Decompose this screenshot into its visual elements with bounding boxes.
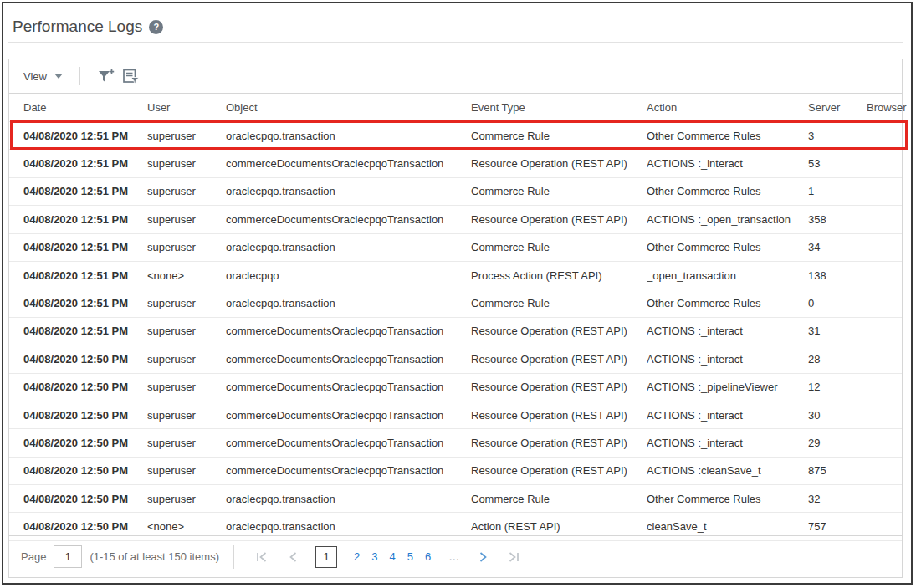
chevron-down-icon	[54, 74, 63, 79]
cell-server: 875	[808, 464, 867, 477]
table-row[interactable]: 04/08/2020 12:50 PMsuperusercommerceDocu…	[9, 345, 902, 373]
cell-event-type: Process Action (REST API)	[471, 269, 647, 282]
table-row[interactable]: 04/08/2020 12:51 PM<none>oraclecpqoProce…	[9, 262, 902, 289]
cell-action: ACTIONS :_interact	[647, 157, 808, 170]
cell-user: superuser	[147, 493, 226, 505]
page-link-3[interactable]: 3	[371, 550, 377, 563]
page-link-4[interactable]: 4	[389, 550, 395, 563]
table-row[interactable]: 04/08/2020 12:51 PMsuperusercommerceDocu…	[9, 150, 902, 177]
first-page-icon	[256, 552, 268, 562]
cell-event-type: Resource Operation (REST API)	[471, 464, 647, 477]
cell-object: oraclecpqo.transaction	[226, 520, 471, 533]
cell-server: 31	[808, 325, 867, 337]
cell-object: oraclecpqo	[226, 269, 471, 282]
table-row[interactable]: 04/08/2020 12:51 PMsuperuseroraclecpqo.t…	[9, 234, 902, 262]
cell-server: 12	[808, 381, 867, 393]
cell-object: commerceDocumentsOraclecpqoTransaction	[226, 381, 471, 393]
pagination-divider	[233, 545, 234, 569]
help-icon[interactable]: ?	[149, 20, 163, 34]
first-page-button[interactable]	[253, 548, 271, 566]
cell-user: superuser	[147, 185, 226, 197]
add-filter-button[interactable]	[94, 65, 119, 87]
cell-object: commerceDocumentsOraclecpqoTransaction	[226, 157, 471, 170]
table-row[interactable]: 04/08/2020 12:51 PMsuperuseroraclecpqo.t…	[9, 178, 902, 206]
table-row[interactable]: 04/08/2020 12:51 PMsuperuseroraclecpqo.t…	[9, 289, 902, 317]
cell-object: oraclecpqo.transaction	[226, 297, 471, 309]
table-toolbar: View	[9, 59, 902, 94]
cell-server: 358	[808, 213, 867, 226]
table-header-row: Date User Object Event Type Action Serve…	[9, 94, 902, 122]
cell-action: ACTIONS :_interact	[647, 353, 808, 366]
cell-date: 04/08/2020 12:51 PM	[9, 130, 147, 142]
cell-user: superuser	[147, 213, 226, 226]
column-header-user[interactable]: User	[147, 101, 226, 114]
cell-date: 04/08/2020 12:50 PM	[9, 464, 147, 477]
cell-server: 138	[808, 269, 867, 282]
page-link-6[interactable]: 6	[425, 550, 431, 563]
previous-page-button[interactable]	[284, 548, 302, 566]
cell-date: 04/08/2020 12:51 PM	[9, 157, 147, 170]
cell-event-type: Resource Operation (REST API)	[471, 409, 647, 422]
table-row[interactable]: 04/08/2020 12:51 PMsuperusercommerceDocu…	[9, 318, 902, 345]
cell-server: 34	[808, 241, 867, 253]
column-header-date[interactable]: Date	[9, 101, 147, 114]
table-row[interactable]: 04/08/2020 12:51 PMsuperusercommerceDocu…	[9, 206, 902, 233]
chevron-right-icon	[479, 552, 487, 562]
table-row[interactable]: 04/08/2020 12:50 PMsuperusercommerceDocu…	[9, 429, 902, 457]
cell-server: 53	[808, 157, 867, 170]
table-row[interactable]: 04/08/2020 12:51 PMsuperuseroraclecpqo.t…	[9, 122, 902, 150]
log-table-panel: View Date User	[8, 59, 903, 578]
cell-event-type: Resource Operation (REST API)	[471, 381, 647, 393]
page-number-input[interactable]	[54, 545, 82, 568]
cell-user: superuser	[147, 241, 226, 253]
cell-action: ACTIONS :_open_transaction	[647, 213, 808, 226]
cell-date: 04/08/2020 12:51 PM	[9, 185, 147, 197]
cell-object: commerceDocumentsOraclecpqoTransaction	[226, 437, 471, 449]
page-link-5[interactable]: 5	[407, 550, 413, 563]
cell-date: 04/08/2020 12:50 PM	[9, 353, 147, 366]
cell-action: ACTIONS :_interact	[647, 409, 808, 422]
cell-object: oraclecpqo.transaction	[226, 493, 471, 505]
cell-object: commerceDocumentsOraclecpqoTransaction	[226, 213, 471, 226]
view-menu-label: View	[23, 70, 47, 83]
cell-object: oraclecpqo.transaction	[226, 241, 471, 253]
cell-object: commerceDocumentsOraclecpqoTransaction	[226, 353, 471, 366]
cell-event-type: Commerce Rule	[471, 297, 647, 309]
table-row[interactable]: 04/08/2020 12:50 PMsuperusercommerceDocu…	[9, 458, 902, 485]
page-title: Performance Logs ?	[13, 18, 163, 36]
column-header-browser[interactable]: Browser	[867, 101, 907, 114]
cell-action: Other Commerce Rules	[647, 493, 808, 505]
cell-event-type: Resource Operation (REST API)	[471, 353, 647, 366]
cell-action: Other Commerce Rules	[647, 185, 808, 197]
cell-server: 0	[808, 297, 867, 309]
cell-date: 04/08/2020 12:50 PM	[9, 520, 147, 533]
table-row[interactable]: 04/08/2020 12:50 PMsuperusercommerceDocu…	[9, 374, 902, 401]
cell-date: 04/08/2020 12:50 PM	[9, 493, 147, 505]
cell-event-type: Commerce Rule	[471, 493, 647, 505]
column-header-object[interactable]: Object	[226, 101, 471, 114]
last-page-icon	[508, 552, 519, 562]
performance-logs-window: Performance Logs ? View	[2, 2, 913, 585]
cell-action: Other Commerce Rules	[647, 297, 808, 309]
cell-server: 757	[808, 520, 867, 533]
cell-user: superuser	[147, 409, 226, 422]
column-header-action[interactable]: Action	[647, 101, 808, 114]
cell-user: superuser	[147, 325, 226, 337]
view-menu-button[interactable]: View	[23, 70, 63, 83]
cell-date: 04/08/2020 12:51 PM	[9, 269, 147, 282]
table-row[interactable]: 04/08/2020 12:50 PMsuperuseroraclecpqo.t…	[9, 485, 902, 513]
page-links: 23456	[348, 550, 437, 563]
query-by-example-button[interactable]	[119, 65, 144, 87]
funnel-plus-icon	[98, 69, 115, 84]
item-range-text: (1-15 of at least 150 items)	[90, 550, 219, 563]
table-row[interactable]: 04/08/2020 12:50 PMsuperusercommerceDocu…	[9, 401, 902, 429]
cell-date: 04/08/2020 12:51 PM	[9, 297, 147, 309]
cell-event-type: Commerce Rule	[471, 130, 647, 142]
next-page-button[interactable]	[473, 548, 492, 566]
last-page-button[interactable]	[504, 548, 523, 566]
page-link-2[interactable]: 2	[354, 550, 360, 563]
column-header-server[interactable]: Server	[808, 101, 867, 114]
column-header-event-type[interactable]: Event Type	[471, 101, 647, 114]
cell-server: 28	[808, 353, 867, 366]
page-title-text: Performance Logs	[13, 18, 142, 36]
